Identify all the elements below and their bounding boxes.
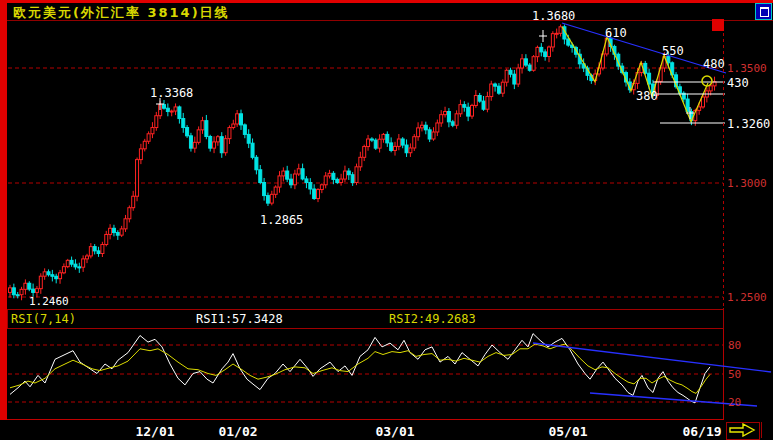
candle-body [247,134,250,143]
candle-body [444,112,447,115]
candle-body [528,65,531,70]
scrollbar-end-divider [761,422,762,438]
window-top-border [0,0,773,3]
candle-body [166,108,169,111]
candle-body [155,116,158,128]
candle-body [370,139,373,140]
candle-body [394,146,397,150]
arrow-right-icon [727,423,757,437]
candle-body [24,283,27,289]
candle-body [32,289,35,292]
candle-body [232,124,235,128]
price-axis-label: 1.2500 [727,291,767,304]
candle-body [193,142,196,148]
candle-body [66,260,69,266]
candle-body [116,233,119,236]
candle-body [209,137,212,149]
candle-body [101,244,104,253]
candle-body [197,130,200,143]
candle-body [39,276,42,288]
x-axis-label: 12/01 [135,424,174,439]
candle-body [78,267,81,268]
scroll-right-button[interactable] [726,422,760,440]
candle-body [251,143,254,157]
candle-body [447,112,450,122]
rsi1-value-label: RSI1:57.3428 [196,312,283,326]
candle-body [351,175,354,183]
rsi-params-label: RSI(7,14) [11,312,76,326]
candle-body [170,111,173,112]
candle-body [474,95,477,105]
candle-body [112,228,115,232]
candle-body [698,107,701,110]
candle-body [363,147,366,158]
candle-body [405,145,408,153]
candle-body [401,139,404,145]
candle-body [463,105,466,108]
window-restore-icon[interactable] [755,3,772,20]
price-axis-label: 1.3000 [727,177,767,190]
candle-body [548,47,551,57]
candle-body [709,86,712,91]
candle-body [124,219,127,229]
candle-body [20,289,23,294]
candle-body [293,174,296,185]
x-axis-label: 01/02 [218,424,257,439]
swing-label: 1.3680 [532,9,575,23]
candle-body [451,122,454,125]
candle-body [559,27,562,34]
candle-body [551,34,554,47]
candle-body [16,295,19,296]
candle-body [55,276,58,278]
candle-body [455,114,458,125]
swing-label: 610 [605,26,627,40]
candle-body [555,33,558,34]
title-separator [7,20,773,21]
candle-body [471,105,474,116]
candle-body [86,256,89,259]
candle-body [478,95,481,101]
candle-body [136,160,139,197]
candle-body [301,169,304,179]
candle-body [521,59,524,68]
candle-body [320,185,323,190]
candle-body [347,171,350,175]
candle-body [109,228,112,234]
candle-body [509,70,512,74]
candle-body [51,275,54,277]
candle-body [505,70,508,82]
candle-body [497,86,500,93]
rsi-axis-label: 80 [728,339,741,352]
candle-body [97,251,100,254]
latest-bar-marker [712,19,724,31]
candle-body [540,47,543,52]
candle-body [9,288,12,293]
candle-body [47,272,50,275]
candle-body [328,173,331,176]
candle-body [482,101,485,109]
candle-body [501,82,504,93]
rsi-axis-label: 50 [728,368,741,381]
swing-label: 1.2865 [260,213,303,227]
x-axis-label: 05/01 [548,424,587,439]
window-restore-glyph [760,7,769,17]
candle-body [517,68,520,84]
candle-body [494,84,497,86]
candle-body [147,134,150,142]
candle-body [336,179,339,182]
candle-body [702,97,705,107]
candle-body [143,141,146,149]
candle-body [201,121,204,130]
candle-body [532,57,535,71]
x-axis-label: 06/19 [682,424,721,439]
candle-body [359,157,362,167]
candle-body [367,139,370,147]
candle-body [374,140,377,148]
rsi2-value-label: RSI2:49.2683 [389,312,476,326]
candle-body [259,170,262,183]
candle-body [105,234,108,244]
x-axis-label: 03/01 [375,424,414,439]
candle-body [243,125,246,135]
candle-body [35,289,38,293]
candle-body [286,171,289,179]
